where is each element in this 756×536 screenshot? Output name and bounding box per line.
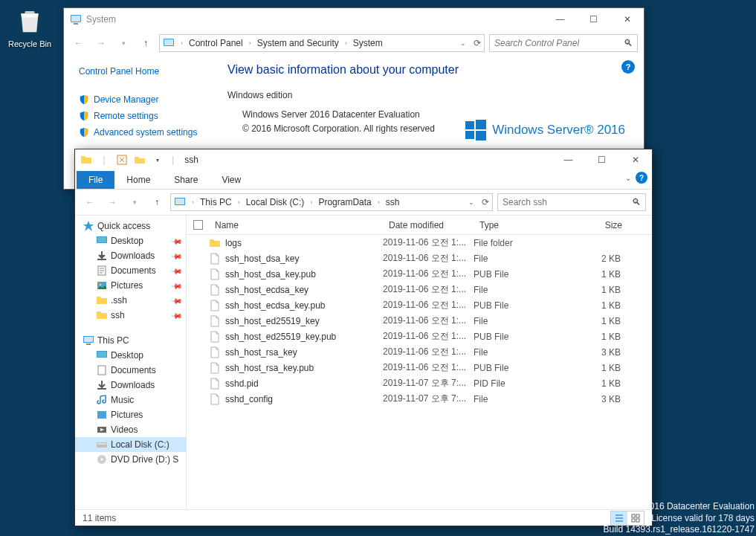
remote-settings-link[interactable]: Remote settings: [71, 108, 205, 124]
file-row[interactable]: ssh_host_rsa_key.pub2019-11-06 오전 1:...P…: [187, 360, 652, 375]
maximize-button[interactable]: ☐: [585, 149, 618, 171]
up-button[interactable]: ↑: [148, 193, 166, 211]
nav-label: Desktop: [111, 236, 143, 246]
minimize-button[interactable]: —: [552, 149, 585, 171]
file-row[interactable]: ssh_host_rsa_key2019-11-06 오전 1:...File3…: [187, 344, 652, 360]
breadcrumb-item[interactable]: This PC: [200, 197, 232, 207]
file-row[interactable]: ssh_host_dsa_key2019-11-06 오전 1:...File2…: [187, 251, 652, 266]
column-header-size[interactable]: Size: [561, 216, 628, 234]
back-button[interactable]: ←: [70, 34, 88, 52]
breadcrumb-item[interactable]: System: [353, 38, 383, 48]
windows-edition-label: Windows edition: [227, 90, 629, 100]
nav-pc-music[interactable]: Music: [75, 393, 186, 407]
qat-customize-dropdown[interactable]: ▾: [149, 152, 166, 168]
nav-documents[interactable]: Documents📌: [75, 263, 186, 278]
file-row[interactable]: sshd.pid2019-11-07 오후 7:...PID File1 KB: [187, 375, 652, 391]
file-row[interactable]: logs2019-11-06 오전 1:...File folder: [187, 235, 652, 251]
qat-newfolder-icon[interactable]: [132, 152, 148, 168]
desktop-icon-recycle-bin[interactable]: Recycle Bin: [4, 7, 56, 48]
close-button[interactable]: ✕: [618, 149, 652, 171]
breadcrumb-item[interactable]: ssh: [386, 197, 400, 207]
chevron-right-icon[interactable]: ›: [342, 39, 350, 47]
file-row[interactable]: ssh_host_ed25519_key2019-11-06 오전 1:...F…: [187, 313, 652, 329]
advanced-settings-link[interactable]: Advanced system settings: [71, 124, 205, 141]
tab-view[interactable]: View: [210, 171, 253, 189]
search-input[interactable]: [494, 38, 624, 48]
pictures-icon: [96, 409, 108, 421]
nav-pc-pictures[interactable]: Pictures: [75, 407, 186, 422]
chevron-right-icon[interactable]: ›: [375, 198, 383, 206]
search-icon[interactable]: 🔍︎: [624, 38, 633, 48]
system-title-bar[interactable]: System — ☐ ✕: [64, 8, 644, 30]
nav-pictures[interactable]: Pictures📌: [75, 278, 186, 293]
tab-file[interactable]: File: [77, 171, 114, 189]
minimize-button[interactable]: —: [543, 9, 577, 30]
tab-home[interactable]: Home: [114, 171, 162, 189]
search-input[interactable]: [503, 197, 632, 207]
nav-pc-downloads[interactable]: Downloads: [75, 378, 186, 393]
search-box[interactable]: 🔍︎: [489, 34, 638, 52]
nav-quick-access[interactable]: Quick access: [75, 219, 186, 233]
file-row[interactable]: ssh_host_ecdsa_key.pub2019-11-06 오전 1:..…: [187, 297, 652, 313]
chevron-right-icon[interactable]: ›: [307, 198, 315, 206]
back-button[interactable]: ←: [81, 193, 99, 211]
nav-label: .ssh: [111, 295, 127, 306]
address-dropdown-icon[interactable]: ⌄: [464, 198, 479, 206]
ribbon-expand-icon[interactable]: ⌄: [625, 174, 631, 182]
nav-local-disk-c[interactable]: Local Disk (C:): [75, 437, 186, 452]
file-type: File: [474, 316, 561, 326]
search-box[interactable]: 🔍︎: [497, 193, 646, 211]
pictures-icon: [96, 280, 108, 291]
maximize-button[interactable]: ☐: [577, 9, 610, 30]
column-header-name[interactable]: Name: [209, 216, 383, 234]
breadcrumb-item[interactable]: ProgramData: [318, 197, 371, 207]
explorer-title-bar[interactable]: | ▾ | ssh — ☐ ✕: [75, 149, 652, 170]
address-dropdown-icon[interactable]: ⌄: [456, 39, 471, 47]
file-row[interactable]: ssh_host_dsa_key.pub2019-11-06 오전 1:...P…: [187, 266, 652, 282]
control-panel-home-link[interactable]: Control Panel Home: [71, 66, 205, 77]
refresh-icon[interactable]: ⟳: [482, 197, 489, 207]
file-date: 2019-11-06 오전 1:...: [383, 314, 474, 327]
file-row[interactable]: ssh_host_ed25519_key.pub2019-11-06 오전 1:…: [187, 329, 652, 344]
column-header-check[interactable]: [187, 216, 209, 234]
nav-dvd-drive[interactable]: DVD Drive (D:) S: [75, 452, 186, 467]
chevron-right-icon[interactable]: ›: [246, 39, 254, 47]
help-icon[interactable]: ?: [621, 60, 635, 74]
forward-button[interactable]: →: [92, 34, 110, 52]
chevron-right-icon[interactable]: ›: [235, 198, 243, 206]
qat-folder-icon[interactable]: [78, 152, 94, 168]
file-row[interactable]: sshd_config2019-11-07 오후 7:...File3 KB: [187, 391, 652, 407]
nav-ssh[interactable]: ssh📌: [75, 308, 186, 323]
column-header-date[interactable]: Date modified: [383, 216, 474, 234]
help-icon[interactable]: ?: [636, 172, 647, 184]
recent-dropdown[interactable]: ▾: [126, 193, 143, 211]
recent-dropdown[interactable]: ▾: [114, 34, 132, 52]
nav-pc-documents[interactable]: Documents: [75, 363, 186, 378]
nav-this-pc[interactable]: This PC: [75, 333, 186, 348]
tab-share[interactable]: Share: [162, 171, 210, 189]
nav-pc-videos[interactable]: Videos: [75, 422, 186, 437]
close-button[interactable]: ✕: [610, 9, 644, 30]
breadcrumb-item[interactable]: System and Security: [257, 38, 339, 48]
refresh-icon[interactable]: ⟳: [474, 38, 481, 48]
address-bar[interactable]: › This PC › Local Disk (C:) › ProgramDat…: [170, 193, 493, 211]
chevron-right-icon[interactable]: ›: [189, 198, 197, 206]
search-icon[interactable]: 🔍︎: [632, 197, 641, 207]
column-header-type[interactable]: Type: [474, 216, 561, 234]
breadcrumb-item[interactable]: Control Panel: [189, 38, 243, 48]
chevron-right-icon[interactable]: ›: [178, 39, 186, 47]
address-bar[interactable]: › Control Panel › System and Security › …: [159, 34, 485, 52]
file-row[interactable]: ssh_host_ecdsa_key2019-11-06 오전 1:...Fil…: [187, 282, 652, 297]
navigation-pane[interactable]: Quick access Desktop📌 Downloads📌 Documen…: [75, 216, 187, 509]
forward-button[interactable]: →: [103, 193, 121, 211]
nav-downloads[interactable]: Downloads📌: [75, 248, 186, 263]
nav-pc-desktop[interactable]: Desktop: [75, 348, 186, 363]
nav-label: DVD Drive (D:) S: [111, 454, 178, 465]
svg-rect-24: [97, 411, 106, 419]
qat-properties-icon[interactable]: [114, 152, 130, 168]
nav-dotssh[interactable]: .ssh📌: [75, 293, 186, 308]
breadcrumb-item[interactable]: Local Disk (C:): [246, 197, 305, 207]
up-button[interactable]: ↑: [137, 34, 155, 52]
device-manager-link[interactable]: Device Manager: [71, 91, 205, 108]
nav-desktop[interactable]: Desktop📌: [75, 233, 186, 248]
